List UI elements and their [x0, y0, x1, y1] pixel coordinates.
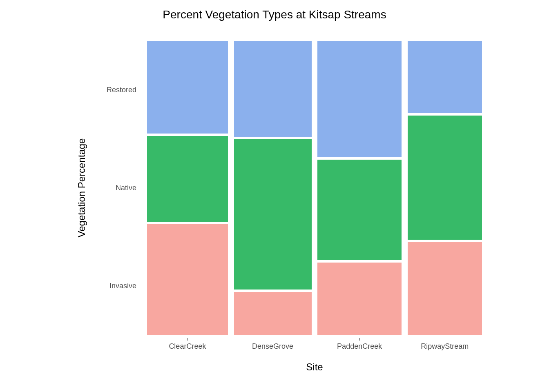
y-axis: InvasiveNativeRestored — [102, 41, 143, 335]
bar-column — [147, 41, 228, 335]
bar-segment — [408, 41, 482, 114]
x-tick-label: DenseGrove — [252, 342, 293, 351]
x-tick-label: PaddenCreek — [337, 342, 382, 351]
y-tick-mark — [137, 188, 140, 188]
bar-segment — [317, 158, 402, 261]
bar-segment — [234, 41, 312, 138]
bar-column — [317, 41, 402, 335]
x-tick-mark — [187, 338, 188, 341]
bar-segment — [147, 135, 228, 223]
x-tick-label: RipwayStream — [421, 342, 469, 351]
y-tick-label: Invasive — [100, 282, 136, 290]
bar-segment — [408, 114, 482, 241]
bar-segment — [408, 241, 482, 335]
chart-title: Percent Vegetation Types at Kitsap Strea… — [0, 8, 549, 21]
y-tick-mark — [137, 286, 140, 286]
bar-segment — [147, 223, 228, 335]
x-axis-title: Site — [306, 361, 323, 373]
x-tick-label: ClearCreek — [169, 342, 206, 351]
bar-column — [234, 41, 312, 335]
bar-segment — [317, 41, 402, 158]
y-tick-mark — [137, 90, 140, 90]
x-tick-mark — [273, 338, 273, 341]
y-tick-label: Native — [100, 184, 136, 192]
x-tick-mark — [359, 338, 360, 341]
bar-segment — [234, 138, 312, 291]
bar-segment — [234, 291, 312, 335]
plot-area — [147, 41, 482, 335]
bar-segment — [317, 261, 402, 335]
y-axis-title: Vegetation Percentage — [76, 138, 87, 238]
chart-container: Percent Vegetation Types at Kitsap Strea… — [0, 0, 549, 392]
x-tick-mark — [445, 338, 445, 341]
bar-column — [408, 41, 482, 335]
bar-segment — [147, 41, 228, 135]
y-tick-label: Restored — [100, 86, 136, 94]
